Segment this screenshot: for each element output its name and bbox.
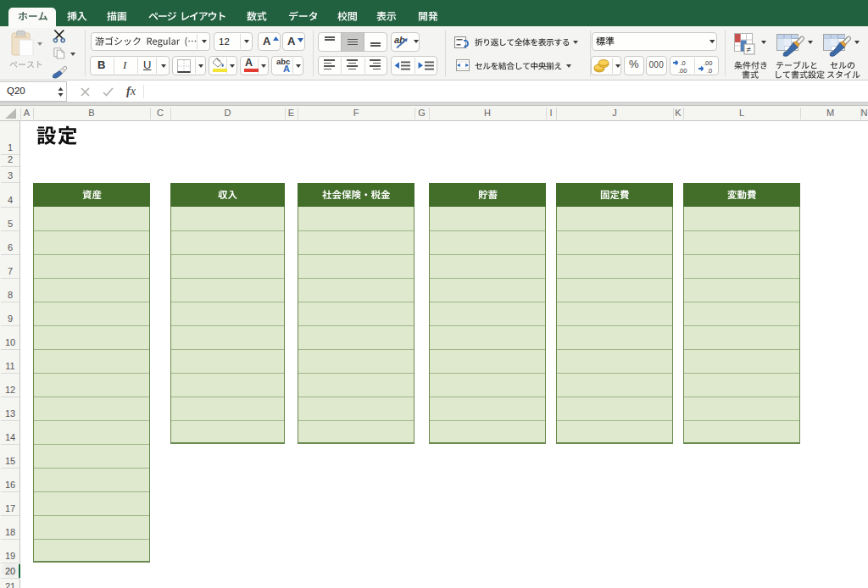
svg-text:ab: ab [394,35,405,45]
svg-text:≠: ≠ [747,45,752,54]
svg-text:.00: .00 [678,67,687,74]
svg-text:.0: .0 [707,67,712,74]
